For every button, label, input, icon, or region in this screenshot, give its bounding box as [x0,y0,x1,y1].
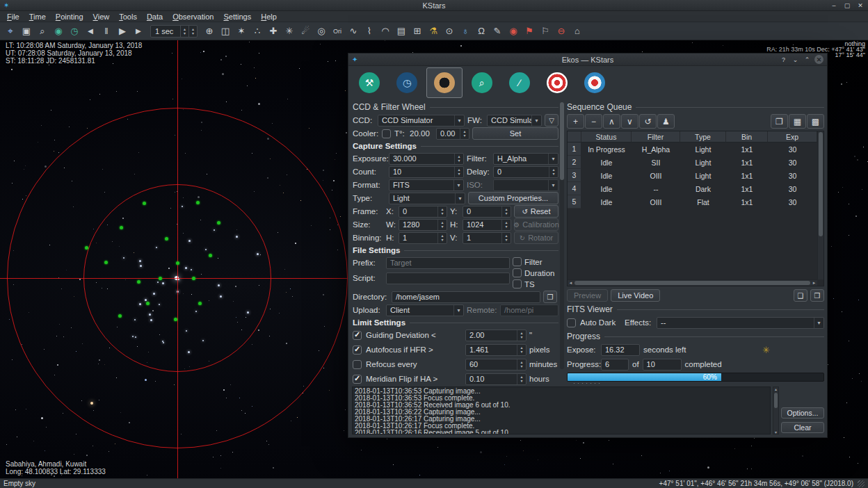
upload-select[interactable]: Client [386,304,464,316]
time-step-arrows[interactable] [180,26,188,37]
column-header[interactable]: Status [581,131,632,143]
limit-spinbox[interactable]: 1.461 [465,344,527,356]
size-h-spinbox[interactable]: 1024 [463,219,511,231]
folder-icon[interactable]: ❐ [543,291,557,303]
clear-button[interactable]: Clear [781,422,824,433]
help-icon[interactable]: ? [779,55,788,64]
table-row[interactable]: 4 Idle -- Dark 1x1 30 [568,182,817,195]
menu-item[interactable]: Time [24,13,51,21]
menu-item[interactable]: Observation [168,13,218,21]
prefix-ts-checkbox[interactable] [513,279,522,288]
move-job-down-button[interactable]: ∨ [621,114,638,129]
time-step-unit-arrows[interactable] [188,26,197,37]
limit-spinbox[interactable]: 60 [465,359,527,371]
delay-spinbox[interactable]: 0 [493,166,558,178]
geographic-location-icon[interactable]: ◉ [51,24,66,39]
table-row[interactable]: 2 Idle SII Light 1x1 30 [568,156,817,169]
fw-select[interactable]: CCD Simulator [487,115,542,127]
info-boxes-icon[interactable]: ◫ [218,24,233,39]
table-row[interactable]: 5 Idle OIII Flat 1x1 30 [568,195,817,209]
frame-x-spinbox[interactable]: 0 [399,206,447,218]
observer-button[interactable]: ♟ [657,114,675,129]
preview-button[interactable]: Preview [567,289,608,302]
align-tab[interactable] [577,67,613,98]
ccd-select[interactable]: CCD Simulator [378,115,465,127]
fits-single-window-button[interactable]: ❑ [794,289,807,302]
remove-job-button[interactable]: − [585,114,602,129]
eyepiece-view-icon[interactable]: ⊙ [442,24,457,39]
options-button[interactable]: Options... [781,407,824,418]
time-pause-icon[interactable]: ‖ [99,24,114,39]
scrollbar-handle[interactable] [819,132,823,236]
capture-tab[interactable] [426,67,463,98]
equatorial-grid-icon[interactable]: ⊕ [202,24,217,39]
binning-v-spinbox[interactable]: 1 [463,232,511,244]
ekos-titlebar[interactable]: ✦ Ekos — KStars ? ⌄ ⌃ ✕ [348,54,827,66]
supernovae-icon[interactable]: ✚ [266,24,281,39]
limit-checkbox[interactable] [353,360,362,369]
fov-edit-icon[interactable]: ▣ [19,24,34,39]
exposure-spinbox[interactable]: 30.000 [389,153,464,165]
red-flag-icon[interactable]: ⚑ [522,24,537,39]
time-step-back-icon[interactable]: ◄ [83,24,98,39]
prefix-input[interactable]: Target [386,257,510,269]
snap-tool-icon[interactable]: ⌖ [3,24,18,39]
table-vertical-scrollbar[interactable] [817,131,823,279]
open-queue-button[interactable]: ❐ [771,114,788,129]
constellation-boundaries-icon[interactable]: ⌇ [362,24,377,39]
comets-icon[interactable]: ☄ [298,24,313,39]
remove-trail-icon[interactable]: ⊖ [554,24,569,39]
limit-checkbox[interactable] [353,345,362,355]
limit-checkbox[interactable] [353,331,362,340]
add-job-button[interactable]: + [567,114,584,129]
set-temperature-button[interactable]: Set [472,127,558,140]
column-header[interactable]: Filter [632,131,680,143]
guide-tab[interactable] [539,67,575,98]
time-step-spinbox[interactable]: 1 sec [150,25,198,38]
column-header[interactable]: Type [680,131,726,143]
column-header[interactable]: Exp [768,131,817,143]
constellation-names-icon[interactable]: Ori [330,24,345,39]
column-header[interactable]: Bin [726,131,768,143]
constellation-art-icon[interactable]: ∿ [346,24,361,39]
move-job-up-button[interactable]: ∧ [603,114,620,129]
location-info-box[interactable]: Sabahiya, Ahmadi, KuwaitLong: 48.100833 … [6,460,106,475]
resize-grip[interactable] [858,480,865,487]
count-spinbox[interactable]: 10 [389,166,464,178]
auto-dark-checkbox[interactable] [567,318,576,327]
close-icon[interactable]: ✕ [814,55,823,64]
scrollbar-handle[interactable] [574,281,810,285]
stars-icon[interactable]: ✶ [234,24,249,39]
time-start-icon[interactable]: ▶ [115,24,130,39]
menu-item[interactable]: Pointing [51,13,88,21]
effects-select[interactable]: -- [657,317,824,329]
mount-tab[interactable]: ∕ [501,67,538,98]
table-horizontal-scrollbar[interactable] [568,279,817,286]
menu-item[interactable]: Help [256,13,282,21]
log-scrollbar[interactable] [773,387,779,434]
sequence-table[interactable]: StatusFilterTypeBinExp 1 In Progress H_A… [567,131,824,286]
menu-item[interactable]: View [88,13,115,21]
chevron-down-icon[interactable]: ⌄ [791,55,800,64]
set-time-icon[interactable]: ◷ [67,24,82,39]
menu-item[interactable]: File [2,13,24,21]
horizon-icon[interactable]: ▤ [394,24,409,39]
scrollbar-handle[interactable] [560,102,564,180]
capture-panel-scrollbar[interactable] [560,102,564,369]
fits-multi-window-button[interactable]: ❒ [810,289,824,302]
menu-item[interactable]: Data [142,13,168,21]
menu-item[interactable]: Tools [114,13,142,21]
filter-select[interactable]: H_Alpha [493,153,558,165]
table-row[interactable]: 1 In Progress H_Alpha Light 1x1 30 [568,143,817,156]
menu-item[interactable]: Settings [218,13,256,21]
temperature-spinbox[interactable]: 0.00 [436,128,469,140]
custom-properties-button[interactable]: Custom Properties... [468,192,558,204]
time-info-box[interactable]: LT: 10:28:08 AM Saturday, January 13, 20… [6,42,142,65]
live-video-button[interactable]: Live Video [611,289,660,302]
save-queue-button[interactable]: ▦ [789,114,806,129]
find-object-icon[interactable]: ⌕ [35,24,50,39]
flag-icon[interactable]: ⚐ [538,24,553,39]
sky-paint-icon[interactable]: ✎ [490,24,505,39]
table-row[interactable]: 3 Idle OIII Light 1x1 30 [568,169,817,182]
limit-spinbox[interactable]: 2.00 [465,330,527,341]
